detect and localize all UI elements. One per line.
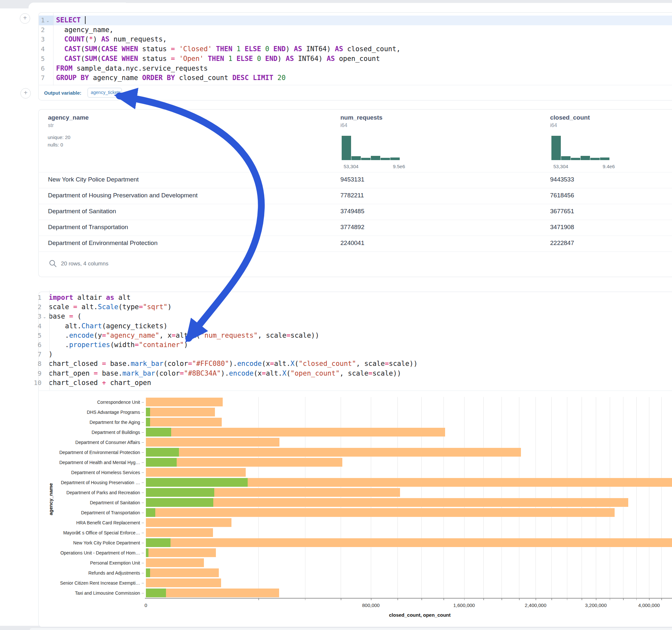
bar-open-count[interactable] — [146, 428, 171, 437]
bar-closed-count[interactable] — [146, 568, 219, 577]
code-line[interactable]: CAST(SUM(CASE WHEN status = 'Closed' THE… — [56, 44, 400, 54]
code-line[interactable]: scale = alt.Scale(type="sqrt") — [49, 302, 171, 312]
gutter-separator — [49, 290, 50, 390]
y-axis-tick — [142, 543, 144, 543]
bar-open-count[interactable] — [146, 458, 177, 467]
bar-closed-count[interactable] — [146, 508, 615, 517]
bar-closed-count[interactable] — [146, 548, 216, 557]
bar-closed-count[interactable] — [146, 428, 445, 437]
bar-open-count[interactable] — [146, 498, 213, 507]
column-header-agency_name[interactable]: agency_name — [48, 114, 89, 121]
cell-num-requests: 7782211 — [340, 192, 364, 199]
y-axis-label: Department of Sanitation — [42, 500, 140, 505]
histogram-max-label: 9.4e6 — [603, 164, 615, 169]
bar-open-count[interactable] — [146, 448, 179, 457]
bar-closed-count[interactable] — [146, 398, 223, 406]
column-histogram — [551, 136, 610, 160]
line-number: 2 — [30, 25, 45, 35]
y-axis-label: Department of Consumer Affairs — [42, 440, 140, 445]
bar-open-count[interactable] — [146, 568, 150, 577]
y-axis-label: Mayorâ€ s Office of Special Enforce… — [42, 530, 140, 535]
y-axis-label: New York City Police Department — [42, 540, 140, 546]
column-header-num_requests[interactable]: num_requests — [340, 114, 383, 121]
y-axis-title: agency_name — [48, 483, 53, 515]
add-cell-button-middle[interactable]: + — [20, 88, 31, 98]
code-line[interactable]: chart_closed + chart_open — [49, 378, 151, 388]
fold-chevron-icon[interactable]: ⌄ — [46, 16, 50, 25]
cell-agency-name: New York City Police Department — [48, 176, 139, 183]
code-line[interactable]: GROUP BY agency_name ORDER BY closed_cou… — [56, 73, 286, 83]
y-axis-tick — [142, 483, 144, 483]
gridline — [305, 397, 305, 598]
line-number: 6 — [27, 340, 42, 350]
y-axis-tick — [142, 583, 144, 584]
cell-agency-name: Department of Housing Preservation and D… — [48, 192, 198, 199]
y-axis-tick — [142, 503, 144, 503]
bar-closed-count[interactable] — [146, 518, 232, 527]
code-line[interactable]: FROM sample_data.nyc.service_requests — [56, 64, 208, 73]
table-row[interactable]: Department of Housing Preservation and D… — [39, 188, 672, 204]
cell-num-requests: 9453131 — [340, 176, 364, 183]
bar-closed-count[interactable] — [146, 418, 222, 427]
column-type: i64 — [340, 122, 347, 128]
bar-open-count[interactable] — [146, 588, 166, 597]
bar-closed-count[interactable] — [146, 438, 280, 446]
code-line[interactable]: .encode(y="agency_name", x=alt.X("num_re… — [49, 331, 319, 340]
bar-open-count[interactable] — [146, 418, 150, 427]
bar-closed-count[interactable] — [146, 448, 521, 457]
bar-closed-count[interactable] — [146, 498, 628, 507]
bar-open-count[interactable] — [146, 508, 155, 517]
bar-open-count[interactable] — [146, 478, 248, 487]
y-axis-tick — [142, 422, 144, 423]
code-line[interactable]: CAST(SUM(CASE WHEN status = 'Open' THEN … — [56, 54, 380, 64]
x-axis-tick-label: 4,000,000 — [638, 602, 660, 608]
bar-closed-count[interactable] — [146, 468, 246, 477]
y-axis-label: Department of Homeless Services — [42, 470, 140, 475]
cell-num-requests: 3774892 — [340, 224, 364, 231]
bar-closed-count[interactable] — [146, 558, 204, 567]
histogram-min-label: 53,304 — [553, 164, 568, 169]
code-line[interactable]: chart_open = base.mark_bar(color="#8BC34… — [49, 369, 401, 378]
y-axis-label: Department of Buildings — [42, 430, 140, 435]
column-histogram — [342, 136, 400, 160]
y-axis-label: DHS Advantage Programs — [42, 410, 140, 415]
code-line[interactable]: COUNT(*) AS num_requests, — [56, 35, 167, 44]
add-cell-button-top[interactable]: + — [20, 13, 30, 24]
sql-cell-divider — [39, 85, 672, 85]
bar-closed-count[interactable] — [146, 538, 672, 547]
table-row[interactable]: Department of Sanitation37494853677651 — [39, 204, 672, 220]
fold-chevron-icon[interactable]: ⌄ — [43, 312, 46, 321]
y-axis-tick — [142, 462, 144, 463]
bar-open-count[interactable] — [146, 548, 148, 557]
table-row[interactable]: Department of Transportation377489234719… — [39, 220, 672, 236]
code-line[interactable]: agency_name, — [56, 25, 114, 35]
text-caret — [85, 16, 86, 24]
y-axis-tick — [142, 593, 144, 594]
bar-closed-count[interactable] — [146, 579, 221, 587]
bar-open-count[interactable] — [146, 488, 214, 497]
code-line[interactable]: alt.Chart(agency_tickets) — [49, 321, 168, 331]
bar-open-count[interactable] — [146, 408, 150, 416]
gridline — [535, 397, 536, 598]
table-search-icon[interactable] — [49, 259, 57, 268]
output-variable-pill[interactable]: agency_tickets — [88, 88, 122, 98]
code-line[interactable]: .properties(width="container") — [49, 340, 188, 350]
y-axis-tick — [142, 523, 144, 524]
column-header-closed_count[interactable]: closed_count — [550, 114, 590, 121]
cell-closed-count: 3471908 — [550, 224, 574, 231]
gridline — [502, 397, 502, 598]
table-row[interactable]: Department of Environmental Protection22… — [39, 236, 672, 251]
y-axis-tick — [142, 412, 144, 413]
table-row[interactable]: New York City Police Department945313194… — [39, 172, 672, 188]
bar-closed-count[interactable] — [146, 528, 213, 537]
code-line[interactable]: SELECT — [56, 16, 85, 25]
code-line[interactable]: base = ( — [49, 312, 81, 321]
line-number: 6 — [30, 64, 45, 73]
code-line[interactable]: import altair as alt — [49, 293, 130, 302]
bar-open-count[interactable] — [146, 538, 170, 547]
line-number: 1 — [27, 293, 42, 302]
code-line[interactable]: chart_closed = base.mark_bar(color="#FFC… — [49, 359, 417, 368]
gridline — [610, 397, 610, 598]
bar-closed-count[interactable] — [146, 408, 215, 416]
line-number: 4 — [27, 321, 42, 331]
